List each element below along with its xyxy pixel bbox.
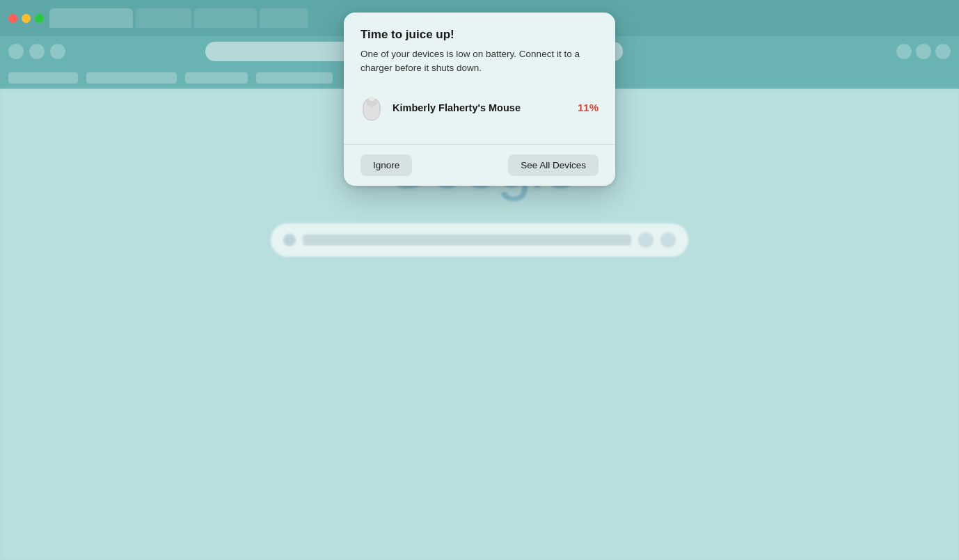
modal-overlay: Time to juice up! One of your devices is…	[0, 0, 959, 560]
see-all-devices-button[interactable]: See All Devices	[508, 154, 599, 176]
battery-warning-modal: Time to juice up! One of your devices is…	[344, 13, 615, 186]
modal-title: Time to juice up!	[360, 28, 599, 42]
ignore-button[interactable]: Ignore	[360, 154, 412, 176]
apple-magic-mouse-icon	[360, 91, 383, 125]
battery-percentage: 11%	[578, 102, 599, 113]
device-name: Kimberly Flaherty's Mouse	[393, 102, 568, 113]
modal-body: Time to juice up! One of your devices is…	[344, 13, 615, 144]
modal-description: One of your devices is low on battery. C…	[360, 47, 599, 76]
device-row: Kimberly Flaherty's Mouse 11%	[360, 88, 599, 130]
svg-rect-2	[369, 97, 374, 101]
modal-actions: Ignore See All Devices	[344, 145, 615, 186]
